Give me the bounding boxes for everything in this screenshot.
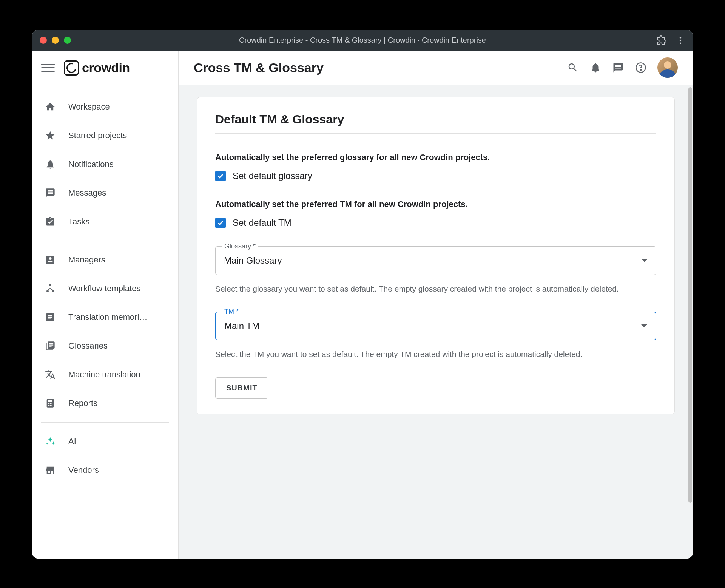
- tm-checkbox-row: Set default TM: [215, 218, 656, 228]
- bell-icon: [44, 158, 56, 170]
- content-area: Default TM & Glossary Automatically set …: [179, 85, 693, 559]
- book-icon: [44, 340, 56, 352]
- svg-point-4: [46, 290, 49, 292]
- sidebar-item-reports[interactable]: Reports: [32, 389, 178, 418]
- person-icon: [44, 254, 56, 266]
- chevron-down-icon: [642, 259, 648, 262]
- sidebar-item-tasks[interactable]: Tasks: [32, 207, 178, 236]
- glossary-checkbox-label: Set default glossary: [233, 171, 312, 181]
- sidebar-item-workspace[interactable]: Workspace: [32, 93, 178, 121]
- logo[interactable]: crowdin: [64, 60, 130, 76]
- logo-text: crowdin: [82, 60, 130, 75]
- traffic-lights: [40, 37, 71, 44]
- extension-icon[interactable]: [657, 35, 666, 45]
- main-content: Cross TM & Glossary Default TM & Glossar…: [179, 51, 693, 559]
- chat-icon[interactable]: [612, 62, 624, 74]
- svg-point-15: [640, 69, 641, 70]
- glossary-select-value: Main Glossary: [224, 255, 282, 266]
- workflow-icon: [44, 282, 56, 295]
- document-icon: [44, 311, 56, 323]
- tm-field-label: TM *: [222, 308, 241, 316]
- sidebar-item-label: Managers: [68, 255, 105, 265]
- card-title: Default TM & Glossary: [215, 113, 656, 134]
- store-icon: [44, 464, 56, 476]
- glossary-select[interactable]: Main Glossary: [215, 246, 656, 275]
- topbar: Cross TM & Glossary: [179, 51, 693, 85]
- svg-point-1: [680, 39, 681, 41]
- tm-desc: Automatically set the preferred TM for a…: [215, 199, 656, 209]
- glossary-field-label: Glossary *: [222, 242, 258, 250]
- sidebar-item-label: Workflow templates: [68, 284, 141, 293]
- svg-point-11: [48, 405, 49, 406]
- svg-point-12: [50, 405, 51, 406]
- page-title: Cross TM & Glossary: [194, 60, 324, 75]
- home-icon: [44, 101, 56, 113]
- sidebar-item-label: Starred projects: [68, 131, 127, 140]
- app-body: crowdin Workspace Starred projects Notif…: [32, 51, 693, 559]
- sidebar-item-tm[interactable]: Translation memori…: [32, 303, 178, 332]
- task-icon: [44, 216, 56, 228]
- sidebar-item-label: Reports: [68, 398, 97, 408]
- calculator-icon: [44, 397, 56, 409]
- sidebar-item-mt[interactable]: Machine translation: [32, 360, 178, 389]
- sidebar-item-label: Vendors: [68, 465, 99, 475]
- tm-select[interactable]: Main TM: [215, 312, 656, 340]
- more-icon[interactable]: [676, 35, 685, 45]
- topbar-actions: [567, 57, 678, 78]
- message-icon: [44, 187, 56, 199]
- help-icon[interactable]: [635, 62, 647, 74]
- settings-card: Default TM & Glossary Automatically set …: [197, 97, 675, 414]
- glossary-select-field: Glossary * Main Glossary: [215, 246, 656, 275]
- glossary-checkbox-row: Set default glossary: [215, 171, 656, 181]
- tm-help: Select the TM you want to set as default…: [215, 348, 656, 361]
- hamburger-menu-button[interactable]: [41, 61, 55, 75]
- logo-icon: [64, 60, 79, 76]
- window-title: Crowdin Enterprise - Cross TM & Glossary…: [239, 36, 486, 45]
- tm-select-value: Main TM: [224, 321, 259, 331]
- chevron-down-icon: [641, 324, 647, 327]
- svg-rect-7: [48, 400, 52, 402]
- svg-point-9: [50, 403, 51, 404]
- sidebar-item-messages[interactable]: Messages: [32, 179, 178, 207]
- tm-checkbox[interactable]: [215, 218, 226, 228]
- sidebar-item-ai[interactable]: AI: [32, 427, 178, 456]
- close-window-button[interactable]: [40, 37, 47, 44]
- sidebar-header: crowdin: [32, 51, 178, 85]
- sidebar-item-label: Tasks: [68, 217, 89, 227]
- minimize-window-button[interactable]: [52, 37, 59, 44]
- avatar[interactable]: [657, 57, 678, 78]
- bell-icon[interactable]: [589, 62, 602, 74]
- sidebar-nav: Workspace Starred projects Notifications…: [32, 85, 178, 559]
- svg-point-8: [48, 403, 49, 404]
- svg-point-5: [52, 290, 54, 292]
- sidebar-item-label: AI: [68, 437, 76, 446]
- search-icon[interactable]: [567, 62, 579, 74]
- sidebar-item-label: Machine translation: [68, 370, 140, 380]
- sidebar-item-managers[interactable]: Managers: [32, 245, 178, 274]
- submit-button[interactable]: SUBMIT: [215, 377, 268, 399]
- tm-select-field: TM * Main TM: [215, 312, 656, 340]
- sidebar-item-vendors[interactable]: Vendors: [32, 456, 178, 485]
- sidebar: crowdin Workspace Starred projects Notif…: [32, 51, 179, 559]
- sidebar-item-starred[interactable]: Starred projects: [32, 121, 178, 150]
- tm-checkbox-label: Set default TM: [233, 218, 292, 228]
- sidebar-item-label: Workspace: [68, 102, 110, 112]
- glossary-help: Select the glossary you want to set as d…: [215, 282, 656, 295]
- sidebar-item-glossaries[interactable]: Glossaries: [32, 332, 178, 360]
- sidebar-item-workflow[interactable]: Workflow templates: [32, 274, 178, 303]
- sidebar-item-label: Translation memori…: [68, 312, 147, 322]
- svg-point-3: [49, 284, 51, 286]
- sidebar-item-label: Notifications: [68, 159, 114, 169]
- svg-point-10: [51, 403, 52, 404]
- titlebar: Crowdin Enterprise - Cross TM & Glossary…: [32, 30, 693, 51]
- sidebar-item-notifications[interactable]: Notifications: [32, 150, 178, 179]
- scrollbar[interactable]: [688, 87, 692, 503]
- divider: [41, 241, 169, 241]
- glossary-checkbox[interactable]: [215, 171, 226, 181]
- sidebar-item-label: Messages: [68, 188, 106, 198]
- svg-point-2: [680, 42, 681, 44]
- star-icon: [44, 130, 56, 142]
- app-window: Crowdin Enterprise - Cross TM & Glossary…: [32, 30, 693, 559]
- titlebar-actions: [657, 35, 685, 45]
- maximize-window-button[interactable]: [64, 37, 71, 44]
